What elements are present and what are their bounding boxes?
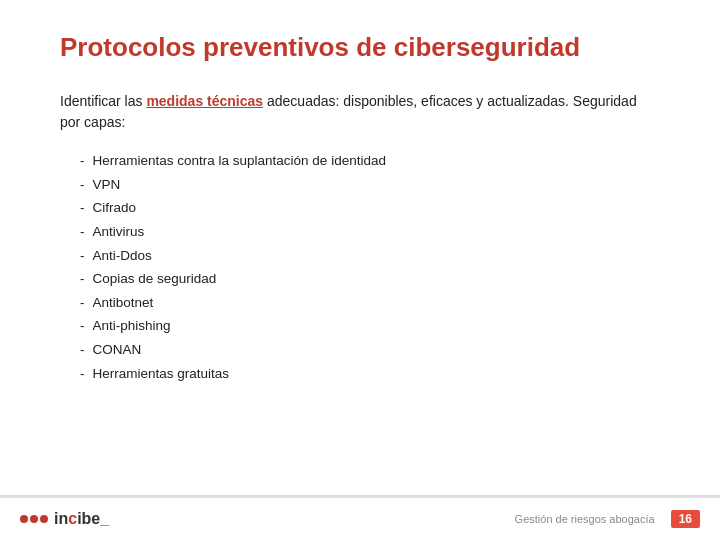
list-dash: - bbox=[80, 362, 85, 386]
logo-dot-1 bbox=[20, 515, 28, 523]
footer-right: Gestión de riesgos abogacía 16 bbox=[515, 510, 700, 528]
logo-area: incibe_ bbox=[20, 510, 109, 528]
list-item-text: Antibotnet bbox=[93, 291, 154, 315]
list-dash: - bbox=[80, 149, 85, 173]
list-item: -Herramientas gratuitas bbox=[80, 362, 660, 386]
intro-paragraph: Identificar las medidas técnicas adecuad… bbox=[60, 91, 660, 133]
slide-title: Protocolos preventivos de ciberseguridad bbox=[60, 32, 660, 63]
slide: Protocolos preventivos de ciberseguridad… bbox=[0, 0, 720, 540]
list-item-text: Anti-Ddos bbox=[93, 244, 152, 268]
footer-bar: incibe_ Gestión de riesgos abogacía 16 bbox=[0, 496, 720, 540]
list-item: -Antibotnet bbox=[80, 291, 660, 315]
list-item-text: Antivirus bbox=[93, 220, 145, 244]
list-item: -Antivirus bbox=[80, 220, 660, 244]
list-dash: - bbox=[80, 338, 85, 362]
list-item-text: Anti-phishing bbox=[93, 314, 171, 338]
list-dash: - bbox=[80, 244, 85, 268]
title-bar: Protocolos preventivos de ciberseguridad bbox=[0, 0, 720, 73]
list-item-text: Cifrado bbox=[93, 196, 137, 220]
list-dash: - bbox=[80, 267, 85, 291]
logo-icon bbox=[20, 515, 48, 523]
list-dash: - bbox=[80, 220, 85, 244]
list-item-text: Herramientas contra la suplantación de i… bbox=[93, 149, 386, 173]
list-item-text: VPN bbox=[93, 173, 121, 197]
list-item: -Anti-Ddos bbox=[80, 244, 660, 268]
intro-part1: Identificar las bbox=[60, 93, 146, 109]
content-area: Identificar las medidas técnicas adecuad… bbox=[0, 73, 720, 385]
list-item: -VPN bbox=[80, 173, 660, 197]
logo-dot-3 bbox=[40, 515, 48, 523]
list-dash: - bbox=[80, 314, 85, 338]
list-item: -Anti-phishing bbox=[80, 314, 660, 338]
list-item-text: Copias de seguridad bbox=[93, 267, 217, 291]
logo-text: incibe_ bbox=[54, 510, 109, 528]
list-item-text: CONAN bbox=[93, 338, 142, 362]
list-item: -Copias de seguridad bbox=[80, 267, 660, 291]
list-item-text: Herramientas gratuitas bbox=[93, 362, 230, 386]
logo-dot-2 bbox=[30, 515, 38, 523]
list-item: -Herramientas contra la suplantación de … bbox=[80, 149, 660, 173]
list-dash: - bbox=[80, 173, 85, 197]
list-dash: - bbox=[80, 291, 85, 315]
bullet-list: -Herramientas contra la suplantación de … bbox=[60, 149, 660, 385]
list-dash: - bbox=[80, 196, 85, 220]
footer-caption: Gestión de riesgos abogacía bbox=[515, 513, 655, 525]
page-number: 16 bbox=[671, 510, 700, 528]
intro-highlight: medidas técnicas bbox=[146, 93, 263, 109]
list-item: -Cifrado bbox=[80, 196, 660, 220]
list-item: -CONAN bbox=[80, 338, 660, 362]
